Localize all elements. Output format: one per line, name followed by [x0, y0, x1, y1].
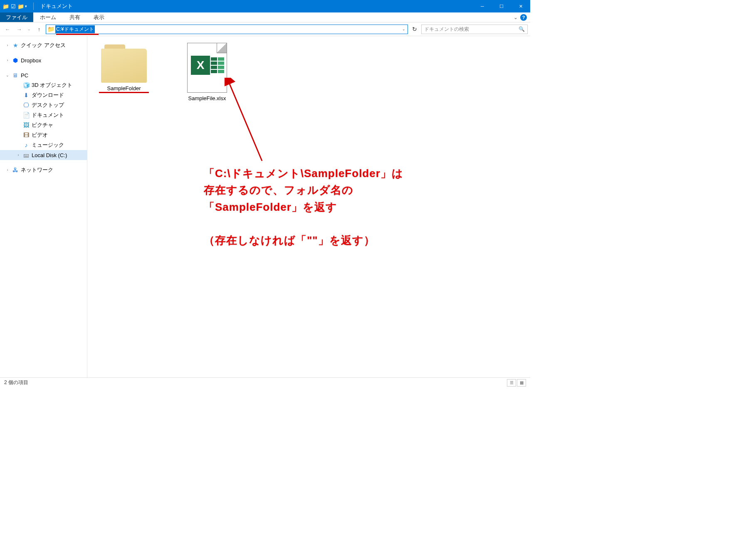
content-pane[interactable]: SampleFolder X SampleFile.xlsx 「C:\ドキュメン…	[87, 36, 530, 377]
dropbox-icon: ⬢	[12, 57, 19, 64]
address-path[interactable]: C:¥ドキュメント	[55, 25, 95, 33]
pc-icon: 🖥	[12, 72, 19, 79]
folder-large-icon	[101, 43, 147, 83]
nav-documents[interactable]: ›📄ドキュメント	[0, 110, 87, 120]
music-icon: ♪	[22, 142, 30, 148]
download-icon: ⬇	[22, 92, 30, 99]
view-icons-button[interactable]: ▦	[517, 379, 526, 387]
item-samplefile-xlsx[interactable]: X SampleFile.xlsx	[178, 43, 236, 101]
desktop-icon: 🖵	[22, 102, 30, 108]
nav-music[interactable]: ›♪ミュージック	[0, 140, 87, 150]
address-dropdown-icon[interactable]: ⌄	[400, 27, 408, 31]
status-item-count: 2 個の項目	[4, 379, 28, 386]
nav-videos[interactable]: ›🎞ビデオ	[0, 130, 87, 140]
nav-history-dropdown[interactable]: ⌄	[26, 24, 32, 34]
qat-properties-icon[interactable]: ☑	[10, 3, 17, 10]
search-icon[interactable]: 🔍	[519, 26, 525, 32]
qat-dropdown-icon[interactable]: ▾	[25, 4, 29, 8]
ribbon-bar: ファイル ホーム 共有 表示 ⌄ ?	[0, 12, 530, 22]
network-icon: 🖧	[12, 167, 19, 173]
item-label: SampleFile.xlsx	[188, 95, 226, 101]
maximize-button[interactable]: ☐	[492, 0, 511, 12]
nav-3d-objects[interactable]: ›🧊3D オブジェクト	[0, 80, 87, 90]
search-input[interactable]: ドキュメントの検索 🔍	[421, 25, 528, 34]
videos-icon: 🎞	[22, 132, 30, 138]
nav-network[interactable]: ›🖧 ネットワーク	[0, 165, 87, 175]
star-icon: ★	[12, 42, 19, 49]
nav-up-button[interactable]: ↑	[34, 24, 44, 34]
nav-desktop[interactable]: ›🖵デスクトップ	[0, 100, 87, 110]
nav-pictures[interactable]: ›🖼ピクチャ	[0, 120, 87, 130]
cube-icon: 🧊	[22, 82, 30, 89]
item-samplefolder[interactable]: SampleFolder	[95, 43, 153, 91]
help-icon[interactable]: ?	[520, 14, 527, 21]
refresh-button[interactable]: ↻	[410, 26, 420, 32]
status-bar: 2 個の項目 ☰ ▦	[0, 377, 530, 387]
folder-small-icon: 📁	[17, 3, 24, 10]
item-label: SampleFolder	[107, 85, 141, 91]
search-placeholder: ドキュメントの検索	[424, 26, 469, 33]
address-bar[interactable]: 📁 C:¥ドキュメント ⌄	[46, 25, 408, 34]
nav-back-button[interactable]: ←	[2, 24, 12, 34]
nav-forward-button[interactable]: →	[14, 24, 24, 34]
annotation-underline-folder	[99, 92, 149, 93]
tab-file[interactable]: ファイル	[0, 12, 33, 22]
nav-dropbox[interactable]: ›⬢ Dropbox	[0, 55, 87, 65]
tab-share[interactable]: 共有	[63, 12, 87, 22]
ribbon-collapse-icon[interactable]: ⌄	[514, 15, 518, 20]
document-icon: 📄	[22, 112, 30, 118]
view-details-button[interactable]: ☰	[507, 379, 516, 387]
address-folder-icon: 📁	[46, 26, 55, 32]
nav-quick-access[interactable]: ›★ クイック アクセス	[0, 40, 87, 50]
folder-icon: 📁	[2, 3, 9, 10]
navigation-pane: ›★ クイック アクセス ›⬢ Dropbox ⌄🖥 PC ›🧊3D オブジェク…	[0, 36, 87, 377]
excel-file-icon: X	[187, 43, 227, 93]
disk-icon: 🖴	[22, 152, 30, 158]
annotation-underline-address	[56, 34, 99, 35]
nav-downloads[interactable]: ›⬇ダウンロード	[0, 90, 87, 100]
nav-pc[interactable]: ⌄🖥 PC	[0, 70, 87, 80]
address-toolbar: ← → ⌄ ↑ 📁 C:¥ドキュメント ⌄ ↻ ドキュメントの検索 🔍	[0, 22, 530, 36]
close-button[interactable]: ✕	[511, 0, 530, 12]
tab-view[interactable]: 表示	[87, 12, 111, 22]
tab-home[interactable]: ホーム	[33, 12, 63, 22]
minimize-button[interactable]: ─	[473, 0, 492, 12]
window-title: ドキュメント	[40, 2, 73, 10]
pictures-icon: 🖼	[22, 122, 30, 128]
title-bar: 📁 ☑ 📁 ▾ ドキュメント ─ ☐ ✕	[0, 0, 530, 12]
nav-local-disk-c[interactable]: ›🖴Local Disk (C:)	[0, 150, 87, 160]
annotation-text: 「C:\ドキュメント\SampleFolder」は 存在するので、フォルダ名の …	[204, 165, 403, 249]
